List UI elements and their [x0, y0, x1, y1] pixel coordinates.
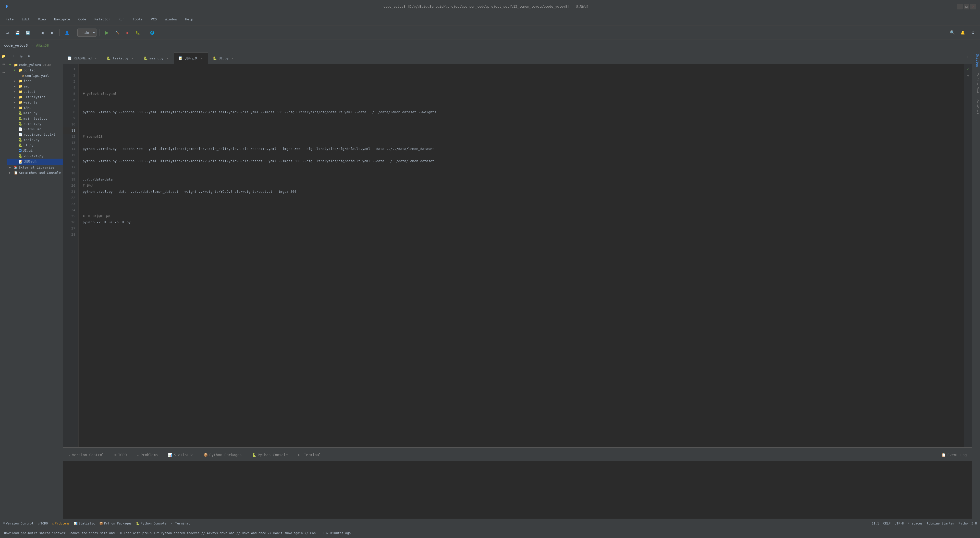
- bottom-tab-python-console[interactable]: 🐍 Python Console: [247, 449, 293, 461]
- notifications-button[interactable]: 🔔: [959, 29, 967, 37]
- status-cursor-pos[interactable]: 11:1: [872, 522, 879, 525]
- bottom-tab-problems[interactable]: ⚠ Problems: [132, 449, 163, 461]
- tree-item-main-test-py[interactable]: ▶ 🐍 main_test.py: [7, 116, 63, 121]
- bottom-tab-version-control[interactable]: ⑂ Version Control: [63, 449, 109, 461]
- sidebar-settings-button[interactable]: ⚙: [25, 52, 33, 60]
- tree-item-config[interactable]: ▼ 📁 config: [7, 68, 63, 73]
- menu-edit[interactable]: Edit: [18, 16, 33, 23]
- status-python-packages[interactable]: 📦 Python Packages: [99, 522, 132, 525]
- tabline-chat-button[interactable]: Tabline Chat: [972, 70, 980, 96]
- bottom-tab-event-log[interactable]: 📋 Event Log: [936, 449, 972, 461]
- tab-ui-close[interactable]: ✕: [231, 56, 235, 60]
- tab-tasks[interactable]: 🐍 tasks.py ✕: [102, 52, 139, 64]
- menu-navigate[interactable]: Navigate: [51, 16, 74, 23]
- status-problems[interactable]: ⚠ Problems: [52, 522, 70, 525]
- menu-window[interactable]: Window: [162, 16, 181, 23]
- collapse-all-button[interactable]: ⊟: [9, 52, 16, 60]
- tree-item-tools-py[interactable]: ▶ 🐍 tools.py: [7, 137, 63, 143]
- bookmarks-activity-icon[interactable]: B: [0, 61, 6, 67]
- tree-item-external-libs[interactable]: ▶ 📚 External Libraries: [7, 165, 63, 170]
- menu-code[interactable]: Code: [75, 16, 90, 23]
- bottom-tab-version-control-label: Version Control: [72, 453, 104, 457]
- menu-vcs[interactable]: VCS: [147, 16, 160, 23]
- tree-item-output[interactable]: ▶ 📁 output: [7, 89, 63, 94]
- branch-selector[interactable]: main: [77, 29, 97, 37]
- status-python-version[interactable]: Python 3.8: [959, 522, 977, 525]
- tree-item-lianxi-jilu[interactable]: ▶ 📝 训练记录: [7, 159, 63, 165]
- status-git[interactable]: ⑂ Version Control: [3, 522, 33, 525]
- search-button[interactable]: 🔍: [948, 29, 956, 37]
- structure-activity-icon[interactable]: S: [0, 69, 6, 76]
- sync-button[interactable]: 🔄: [24, 29, 32, 37]
- locate-file-button[interactable]: ◎: [18, 52, 24, 60]
- tree-item-icon[interactable]: ▶ 📁 icon: [7, 78, 63, 84]
- bottom-tab-terminal[interactable]: >_ Terminal: [293, 449, 326, 461]
- tree-item-img[interactable]: ▶ 📁 img: [7, 84, 63, 89]
- run-button[interactable]: ▶: [103, 29, 111, 37]
- tree-root[interactable]: ▼ 📁 code_yolov8 D:\Ba: [7, 62, 63, 68]
- tab-readme[interactable]: 📄 README.md ✕: [63, 52, 102, 64]
- project-activity-icon[interactable]: 📁: [0, 53, 6, 59]
- menu-tools[interactable]: Tools: [129, 16, 146, 23]
- tabs-more-button[interactable]: ⋮: [963, 56, 972, 59]
- build-button[interactable]: 🔨: [113, 29, 121, 37]
- tab-main[interactable]: 🐍 main.py ✕: [139, 52, 174, 64]
- tree-item-weights[interactable]: ▶ 📁 weights: [7, 100, 63, 105]
- status-indent[interactable]: 4 spaces: [908, 522, 923, 525]
- settings-button[interactable]: ⚙: [969, 29, 977, 37]
- status-python-console[interactable]: 🐍 Python Console: [136, 522, 166, 525]
- tab-lianxi-close[interactable]: ✕: [200, 56, 204, 60]
- bottom-tab-statistic[interactable]: 📊 Statistic: [163, 449, 198, 461]
- tree-item-scratches[interactable]: ▶ 📋 Scratches and Console: [7, 170, 63, 175]
- project-structure-button[interactable]: 🗂: [3, 29, 11, 37]
- debug-button[interactable]: 🐛: [134, 29, 142, 37]
- code-content[interactable]: # yolov8-cls.yaml python ./train.py --ep…: [79, 64, 964, 447]
- menu-view[interactable]: View: [35, 16, 49, 23]
- tree-item-readme[interactable]: ▶ 📄 README.md: [7, 127, 63, 132]
- tree-item-requirements[interactable]: ▶ 📄 requirements.txt: [7, 132, 63, 137]
- save-button[interactable]: 💾: [13, 29, 21, 37]
- tree-item-configs-yaml[interactable]: ▶ ⚙ configs.yaml: [7, 73, 63, 78]
- forward-button[interactable]: ▶: [48, 29, 56, 37]
- bottom-tab-python-packages[interactable]: 📦 Python Packages: [198, 449, 247, 461]
- tree-item-output-py[interactable]: ▶ 🐍 output.py: [7, 121, 63, 127]
- status-theme[interactable]: tobnine Starter: [927, 522, 954, 525]
- tab-tasks-close[interactable]: ✕: [130, 56, 135, 60]
- translate-button[interactable]: 🌐: [148, 29, 156, 37]
- codecheck-button[interactable]: CodeCheck: [972, 96, 980, 118]
- menu-help[interactable]: Help: [182, 16, 197, 23]
- minimize-button[interactable]: ─: [957, 4, 963, 10]
- tab-readme-close[interactable]: ✕: [94, 56, 98, 60]
- status-line-ending[interactable]: CRLF: [883, 522, 891, 525]
- line-25: 25: [63, 213, 78, 219]
- status-git-label: Version Control: [6, 522, 33, 525]
- stop-button[interactable]: ■: [123, 29, 131, 37]
- maximize-button[interactable]: □: [964, 4, 969, 10]
- tab-lianxi[interactable]: 📝 训练记录 ✕: [174, 52, 208, 64]
- tree-item-ui-ui[interactable]: ▶ 🖼 UI.ui: [7, 148, 63, 153]
- bottom-tab-todo[interactable]: ☑ TODO: [109, 449, 132, 461]
- menu-refactor[interactable]: Refactor: [91, 16, 114, 23]
- code-line-17: [83, 164, 964, 170]
- tree-item-ui-py[interactable]: ▶ 🐍 UI.py: [7, 143, 63, 148]
- tree-item-yaml[interactable]: ▶ 📁 YAML: [7, 105, 63, 110]
- tree-item-voc2txt[interactable]: ▶ 🐍 VOC2txt.py: [7, 153, 63, 159]
- menu-file[interactable]: File: [2, 16, 17, 23]
- tree-item-ultralytics[interactable]: ▶ 📁 ultralytics: [7, 94, 63, 100]
- line-2: 2: [63, 72, 78, 79]
- status-encoding[interactable]: UTF-8: [894, 522, 904, 525]
- tab-main-close[interactable]: ✕: [165, 56, 170, 60]
- status-todo[interactable]: ☑ TODO: [38, 522, 48, 525]
- close-button[interactable]: ✕: [970, 4, 976, 10]
- tab-ui[interactable]: 🐍 UI.py ✕: [208, 52, 239, 64]
- sciview-panel-button[interactable]: SciView: [972, 51, 980, 70]
- status-terminal[interactable]: >_ Terminal: [170, 522, 190, 525]
- tree-item-main-py[interactable]: ▶ 🐍 main.py: [7, 110, 63, 116]
- user-button[interactable]: 👤: [63, 29, 71, 37]
- menu-run[interactable]: Run: [115, 16, 128, 23]
- window-controls: P: [4, 4, 10, 10]
- back-button[interactable]: ◀: [38, 29, 46, 37]
- status-statistic[interactable]: 📊 Statistic: [74, 522, 95, 525]
- code-line-22: [83, 195, 964, 201]
- code-line-26: pyuic5 -x UI.ui -o UI.py: [83, 219, 964, 225]
